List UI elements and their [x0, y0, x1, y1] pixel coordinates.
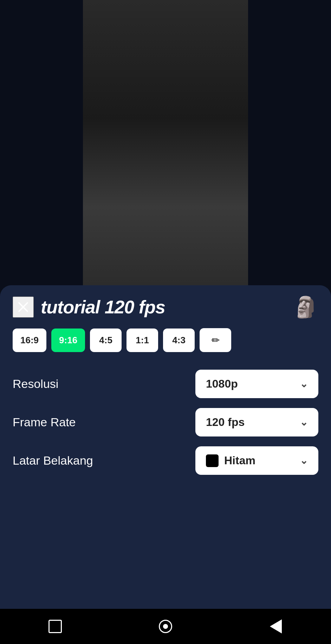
left-sidebar-bg	[0, 0, 83, 295]
resolusi-row: Resolusi 1080p ⌄	[13, 370, 318, 398]
resolusi-dropdown[interactable]: 1080p ⌄	[195, 370, 318, 398]
close-button[interactable]	[13, 297, 34, 318]
settings-area: Resolusi 1080p ⌄ Frame Rate 120 fps ⌄ La…	[0, 363, 331, 482]
right-sidebar-bg	[248, 0, 331, 295]
close-icon	[17, 301, 30, 313]
edit-aspect-button[interactable]: ✏	[200, 328, 231, 352]
aspect-btn-9-16[interactable]: 9:16	[51, 329, 85, 352]
video-background	[0, 0, 331, 295]
bottom-sheet: tutorial 120 fps 🗿 16:9 9:16 4:5 1:1 4:3…	[0, 285, 331, 644]
frame-rate-value: 120 fps	[206, 416, 245, 429]
aspect-btn-16-9[interactable]: 16:9	[13, 329, 46, 352]
frame-rate-chevron-icon: ⌄	[300, 416, 308, 428]
aspect-btn-4-5[interactable]: 4:5	[90, 329, 122, 352]
nav-back-button[interactable]	[262, 612, 290, 640]
nav-circle-button[interactable]	[151, 612, 180, 640]
nav-square-button[interactable]	[41, 612, 69, 640]
square-nav-icon	[48, 620, 62, 633]
aspect-btn-1-1[interactable]: 1:1	[126, 329, 158, 352]
resolusi-value: 1080p	[206, 377, 238, 390]
latar-belakang-label: Latar Belakang	[13, 454, 93, 467]
latar-belakang-dropdown[interactable]: Hitam ⌄	[195, 446, 318, 475]
frame-rate-row: Frame Rate 120 fps ⌄	[13, 408, 318, 436]
pencil-icon: ✏	[212, 334, 220, 346]
latar-belakang-row: Latar Belakang Hitam ⌄	[13, 446, 318, 475]
background-color-swatch	[206, 454, 219, 467]
sheet-header: tutorial 120 fps 🗿	[0, 285, 331, 325]
moai-emoji: 🗿	[293, 297, 318, 317]
latar-belakang-value: Hitam	[224, 454, 255, 467]
frame-rate-dropdown[interactable]: 120 fps ⌄	[195, 408, 318, 436]
back-nav-icon	[270, 619, 282, 633]
latar-dropdown-inner: Hitam	[206, 454, 255, 467]
frame-rate-label: Frame Rate	[13, 415, 76, 429]
video-preview-area	[83, 0, 248, 295]
aspect-ratio-row: 16:9 9:16 4:5 1:1 4:3 ✏	[0, 325, 331, 363]
latar-belakang-chevron-icon: ⌄	[300, 455, 308, 466]
circle-nav-icon	[159, 620, 172, 633]
resolusi-chevron-icon: ⌄	[300, 378, 308, 390]
aspect-btn-4-3[interactable]: 4:3	[163, 329, 195, 352]
resolusi-label: Resolusi	[13, 377, 58, 391]
navigation-bar	[0, 609, 331, 644]
sheet-title: tutorial 120 fps	[41, 297, 286, 318]
